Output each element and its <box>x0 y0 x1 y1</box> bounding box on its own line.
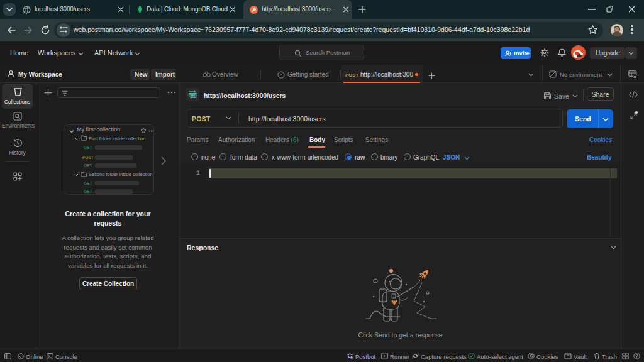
svg-text:HTTP: HTTP <box>189 94 197 97</box>
